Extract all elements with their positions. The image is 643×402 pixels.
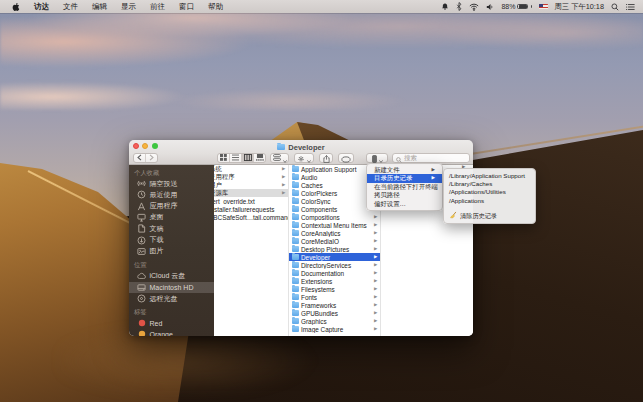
folder-icon bbox=[292, 222, 299, 227]
view-mode-control bbox=[217, 153, 266, 164]
input-source-flag-icon[interactable] bbox=[539, 4, 548, 10]
folder-row[interactable]: GPUBundles▶ bbox=[289, 309, 380, 317]
menubar-menu-7[interactable]: 帮助 bbox=[201, 0, 230, 13]
context-menu-item[interactable]: 在当前路径下打开终端 bbox=[367, 183, 442, 191]
folder-row[interactable]: Frameworks▶ bbox=[289, 301, 380, 309]
history-path-item[interactable]: /Applications bbox=[444, 197, 535, 205]
forward-button[interactable] bbox=[145, 154, 157, 163]
sidebar-item-tag[interactable]: Red bbox=[129, 317, 214, 328]
disclosure-arrow-icon: ▶ bbox=[374, 221, 377, 229]
sidebar-item-applications[interactable]: 应用程序 bbox=[129, 200, 214, 211]
sidebar-item-desktop[interactable]: 桌面 bbox=[129, 212, 214, 223]
menubar-menu-4[interactable]: 显示 bbox=[114, 0, 143, 13]
folder-row[interactable]: 应用程序▶ bbox=[214, 173, 288, 181]
disclosure-arrow-icon: ▶ bbox=[282, 189, 285, 197]
search-input[interactable] bbox=[404, 154, 466, 161]
wifi-icon[interactable] bbox=[469, 3, 479, 11]
context-menu-item[interactable]: 新建文件▶ bbox=[367, 166, 442, 174]
sidebar-item-pictures[interactable]: 图片 bbox=[129, 246, 214, 257]
folder-row[interactable]: Desktop Pictures▶ bbox=[289, 245, 380, 253]
folder-row[interactable]: Extensions▶ bbox=[289, 277, 380, 285]
menubar-menu-1[interactable]: 访达 bbox=[27, 0, 56, 13]
finder-plugin-button[interactable] bbox=[366, 153, 388, 164]
item-name: Compositions bbox=[301, 214, 340, 221]
file-row[interactable]: ABCSafeSoft…tall.command bbox=[214, 213, 288, 221]
folder-icon bbox=[292, 286, 299, 291]
folder-row[interactable]: 系统▶ bbox=[214, 165, 288, 173]
folder-row[interactable]: 用户▶ bbox=[214, 181, 288, 189]
context-menu-item[interactable]: 拷贝路径 bbox=[367, 191, 442, 199]
sidebar-item-airdrop[interactable]: 隔空投送 bbox=[129, 178, 214, 189]
disclosure-arrow-icon: ▶ bbox=[282, 173, 285, 181]
folder-row[interactable]: Fonts▶ bbox=[289, 293, 380, 301]
volume-icon[interactable] bbox=[486, 3, 494, 11]
sidebar-item-documents[interactable]: 文稿 bbox=[129, 223, 214, 234]
folder-row[interactable]: Compositions▶ bbox=[289, 213, 380, 221]
bell-status-icon[interactable] bbox=[441, 2, 449, 11]
menu-item-label: 在当前路径下打开终端 bbox=[374, 183, 438, 190]
menubar-menu-5[interactable]: 前往 bbox=[143, 0, 172, 13]
history-submenu: /Library/Application Support/Library/Cac… bbox=[443, 168, 536, 224]
folder-row[interactable]: CoreAnalytics▶ bbox=[289, 229, 380, 237]
battery-icon bbox=[517, 4, 528, 10]
folder-icon bbox=[292, 294, 299, 299]
bluetooth-icon[interactable] bbox=[456, 2, 462, 11]
menubar-menu-3[interactable]: 编辑 bbox=[85, 0, 114, 13]
folder-row[interactable]: DirectoryServices▶ bbox=[289, 261, 380, 269]
documents-icon bbox=[137, 224, 146, 233]
nav-buttons bbox=[133, 153, 158, 164]
sidebar-item-tag[interactable]: Orange bbox=[129, 329, 214, 336]
action-button[interactable] bbox=[294, 153, 314, 164]
context-menu-item[interactable]: 偏好设置… bbox=[367, 200, 442, 208]
list-view-button[interactable] bbox=[229, 154, 241, 163]
folder-row[interactable]: CoreMediaIO▶ bbox=[289, 237, 380, 245]
sidebar-item-disc[interactable]: 远程光盘 bbox=[129, 293, 214, 304]
folder-icon bbox=[292, 166, 299, 171]
item-name: Documentation bbox=[301, 270, 344, 277]
menu-item-label: 目录历史记录 bbox=[374, 174, 412, 181]
sidebar-item-label: 隔空投送 bbox=[150, 179, 178, 189]
group-button[interactable] bbox=[270, 153, 289, 164]
folder-row[interactable]: Filesystems▶ bbox=[289, 285, 380, 293]
disclosure-arrow-icon: ▶ bbox=[374, 237, 377, 245]
column-view-button[interactable] bbox=[241, 154, 253, 163]
history-path-item[interactable]: /Library/Application Support bbox=[444, 172, 535, 180]
notification-center-icon[interactable] bbox=[626, 3, 635, 11]
back-button[interactable] bbox=[134, 154, 145, 163]
battery-indicator[interactable]: 88% bbox=[501, 3, 532, 10]
clear-history-item[interactable]: 清除历史记录 bbox=[444, 212, 535, 220]
share-button[interactable] bbox=[319, 153, 333, 164]
history-path-item[interactable]: /Library/Caches bbox=[444, 180, 535, 188]
folder-row[interactable]: Graphics▶ bbox=[289, 317, 380, 325]
plugin-context-menu: 新建文件▶目录历史记录▶在当前路径下打开终端拷贝路径偏好设置… bbox=[366, 163, 443, 211]
sidebar-item-label: 远程光盘 bbox=[150, 294, 178, 304]
apple-icon[interactable] bbox=[6, 2, 27, 12]
history-path-item[interactable]: /Applications/Utilities bbox=[444, 188, 535, 196]
menubar-menu-2[interactable]: 文件 bbox=[56, 0, 85, 13]
sidebar-item-icloud[interactable]: iCloud 云盘 bbox=[129, 270, 214, 281]
sidebar-item-hdd-selected[interactable]: Macintosh HD bbox=[129, 282, 214, 293]
spotlight-icon[interactable] bbox=[611, 3, 619, 11]
folder-row[interactable]: Contextual Menu Items▶ bbox=[289, 221, 380, 229]
gallery-view-button[interactable] bbox=[253, 154, 265, 163]
sidebar-item-label: 文稿 bbox=[150, 224, 164, 234]
icon-view-button[interactable] bbox=[218, 154, 229, 163]
file-row[interactable]: installer.failurerequests bbox=[214, 205, 288, 213]
folder-row[interactable]: 资源库▶ bbox=[214, 189, 288, 197]
sidebar-section-header: 个人收藏 bbox=[129, 167, 214, 178]
folder-row[interactable]: Documentation▶ bbox=[289, 269, 380, 277]
file-row[interactable]: cert_override.txt bbox=[214, 197, 288, 205]
sidebar-item-recents[interactable]: 最近使用 bbox=[129, 189, 214, 200]
folder-row[interactable]: Image Capture▶ bbox=[289, 325, 380, 333]
context-menu-item-highlighted[interactable]: 目录历史记录▶ bbox=[367, 174, 442, 182]
tags-button[interactable] bbox=[338, 153, 354, 164]
item-name: CoreMediaIO bbox=[301, 238, 339, 245]
folder-row[interactable]: Developer▶ bbox=[289, 253, 380, 261]
item-name: cert_override.txt bbox=[214, 198, 255, 205]
item-name: Caches bbox=[301, 182, 323, 189]
menu-bar-clock[interactable]: 周三 下午10:18 bbox=[555, 2, 604, 12]
menubar-menu-6[interactable]: 窗口 bbox=[172, 0, 201, 13]
folder-icon bbox=[292, 262, 299, 267]
sidebar-item-downloads[interactable]: 下载 bbox=[129, 234, 214, 245]
downloads-icon bbox=[137, 236, 146, 245]
